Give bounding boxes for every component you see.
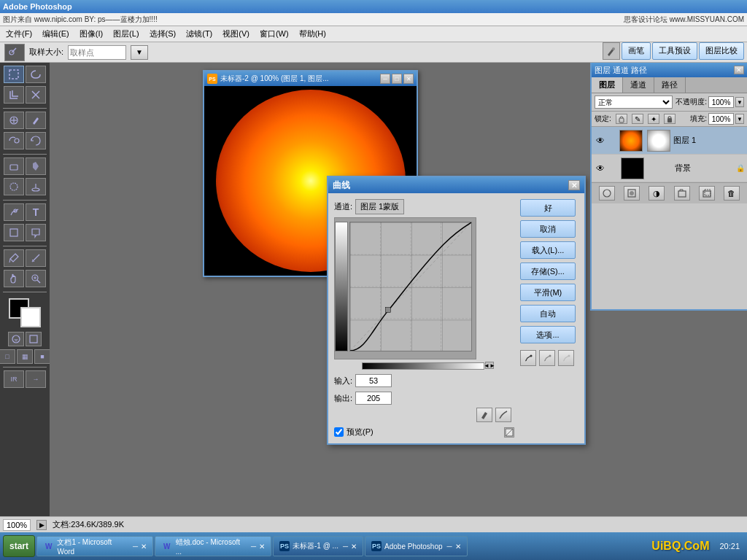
taskbar-item-minimize-3[interactable]: ─ <box>343 542 348 551</box>
menu-window[interactable]: 窗口(W) <box>255 27 293 41</box>
taskbar-item-minimize-4[interactable]: ─ <box>447 542 452 551</box>
new-layer-button[interactable] <box>699 186 715 201</box>
menu-edit[interactable]: 编辑(E) <box>38 27 74 41</box>
tool-measure[interactable] <box>26 249 46 267</box>
taskbar-item-minimize-2[interactable]: ─ <box>251 542 256 551</box>
jump-to-other[interactable]: → <box>26 370 46 388</box>
curves-channel-value[interactable]: 图层 1蒙版 <box>355 199 404 214</box>
tool-eraser[interactable] <box>4 158 24 175</box>
brush-button[interactable]: 画笔 <box>622 42 651 60</box>
start-button[interactable]: start <box>3 535 35 557</box>
tool-notes[interactable] <box>26 224 46 241</box>
layer-1-visibility[interactable]: 👁 <box>595 135 606 147</box>
curves-graph-inner[interactable] <box>349 222 472 351</box>
taskbar-item-close-2[interactable]: ✕ <box>259 542 265 551</box>
curves-input-field[interactable] <box>355 374 392 387</box>
delete-layer-button[interactable]: 🗑 <box>724 186 740 201</box>
curves-output-field[interactable] <box>355 392 392 405</box>
blend-mode-select[interactable]: 正常 <box>595 96 673 109</box>
layer-row-bg[interactable]: 👁 背景 🔒 <box>592 155 747 182</box>
taskbar-item-ps[interactable]: PS 未标器-1 @ ... ─ ✕ <box>273 536 363 556</box>
tool-dodge[interactable] <box>26 178 46 195</box>
fill-arrow[interactable]: ▼ <box>735 114 744 124</box>
layer-adjustment-button[interactable]: ◑ <box>649 186 665 201</box>
taskbar-item-word2[interactable]: W 蜡烛.doc - Microsoft ... ─ ✕ <box>155 536 271 556</box>
fill-input[interactable] <box>708 113 734 125</box>
tool-lasso[interactable] <box>26 66 46 83</box>
curves-auto-button[interactable]: 自动 <box>520 305 576 322</box>
doc-minimize[interactable]: ─ <box>380 74 390 84</box>
lock-transparent[interactable] <box>616 114 627 124</box>
tool-eyedropper[interactable] <box>4 249 24 267</box>
layer-bg-visibility[interactable]: 👁 <box>595 163 606 174</box>
layer-row-1[interactable]: 👁 图层 1 <box>592 127 747 155</box>
curves-options-button[interactable]: 选项... <box>520 326 576 343</box>
curves-graph[interactable] <box>334 217 476 359</box>
taskbar-item-close-4[interactable]: ✕ <box>455 542 461 551</box>
menu-help[interactable]: 帮助(H) <box>295 27 330 41</box>
curves-load-button[interactable]: 载入(L)... <box>520 241 576 259</box>
tool-presets-button[interactable]: 工具预设 <box>652 42 697 60</box>
eyedropper-white[interactable] <box>558 350 574 366</box>
lock-position[interactable]: ✦ <box>648 114 659 124</box>
curves-save-button[interactable]: 存储(S)... <box>520 262 576 280</box>
tab-channels[interactable]: 通道 <box>623 77 654 93</box>
standard-mode[interactable] <box>26 332 42 346</box>
curves-resize-icon[interactable] <box>504 427 514 438</box>
sample-size-input[interactable] <box>68 45 126 60</box>
doc-maximize[interactable]: □ <box>392 74 402 84</box>
curves-scroll-btn[interactable]: ◄► <box>485 362 494 369</box>
tool-type[interactable]: T <box>26 203 46 221</box>
menu-select[interactable]: 选择(S) <box>145 27 181 41</box>
curves-ok-button[interactable]: 好 <box>520 199 576 217</box>
lock-all[interactable] <box>664 114 676 124</box>
tool-zoom[interactable] <box>26 270 46 287</box>
eyedropper-black[interactable] <box>520 350 536 366</box>
menu-file[interactable]: 文件(F) <box>1 27 36 41</box>
layers-close[interactable]: ✕ <box>734 66 744 74</box>
menu-layer[interactable]: 图层(L) <box>109 27 143 41</box>
jump-to-imageready[interactable]: IR <box>4 370 24 388</box>
tool-healing[interactable] <box>4 112 24 129</box>
layer-mask-button[interactable] <box>624 186 640 201</box>
opacity-input[interactable] <box>708 96 734 108</box>
screen-mode-fullscreen[interactable]: ■ <box>34 349 50 364</box>
curves-pencil-tool[interactable] <box>476 408 492 422</box>
layer-styles-button[interactable] <box>599 186 615 201</box>
taskbar-item-minimize-1[interactable]: ─ <box>133 542 138 551</box>
taskbar-item-close-3[interactable]: ✕ <box>351 542 357 551</box>
tool-slice[interactable] <box>26 86 46 104</box>
curves-close[interactable]: ✕ <box>568 180 580 190</box>
status-arrow[interactable]: ▶ <box>36 520 47 530</box>
menu-filter[interactable]: 滤镜(T) <box>182 27 217 41</box>
tool-blur[interactable] <box>4 178 24 195</box>
opacity-arrow[interactable]: ▼ <box>735 97 744 107</box>
tool-marquee[interactable] <box>4 66 24 83</box>
taskbar-active-ps[interactable]: PS Adobe Photoshop ─ ✕ <box>365 536 468 556</box>
tool-shape[interactable] <box>4 224 24 241</box>
tool-crop[interactable] <box>4 86 24 104</box>
quick-mask-mode[interactable] <box>8 332 24 346</box>
sample-size-dropdown[interactable]: ▼ <box>131 45 148 60</box>
curves-curve-tool[interactable] <box>495 408 511 422</box>
taskbar-item-close-1[interactable]: ✕ <box>141 542 147 551</box>
tool-pen[interactable] <box>4 203 24 221</box>
tab-layers[interactable]: 图层 <box>592 77 623 93</box>
background-color[interactable] <box>20 307 41 327</box>
tool-brush[interactable] <box>26 112 46 129</box>
screen-mode-fullscreen-menu[interactable]: ▦ <box>17 349 33 364</box>
layer-group-button[interactable] <box>674 186 690 201</box>
tool-hand[interactable] <box>4 270 24 287</box>
menu-view[interactable]: 视图(V) <box>218 27 254 41</box>
doc-close[interactable]: ✕ <box>403 74 414 84</box>
taskbar-item-word1[interactable]: W 文档1 - Microsoft Word ─ ✕ <box>36 536 153 556</box>
curves-preview-checkbox[interactable] <box>334 427 344 437</box>
tool-fill[interactable] <box>26 158 46 175</box>
screen-mode-standard[interactable]: □ <box>0 349 15 364</box>
eyedropper-gray[interactable] <box>539 350 555 366</box>
curves-cancel-button[interactable]: 取消 <box>520 220 576 238</box>
tab-paths[interactable]: 路径 <box>654 77 686 93</box>
lock-image[interactable]: ✎ <box>632 114 643 124</box>
menu-image[interactable]: 图像(I) <box>75 27 107 41</box>
tool-clone[interactable] <box>4 132 24 149</box>
